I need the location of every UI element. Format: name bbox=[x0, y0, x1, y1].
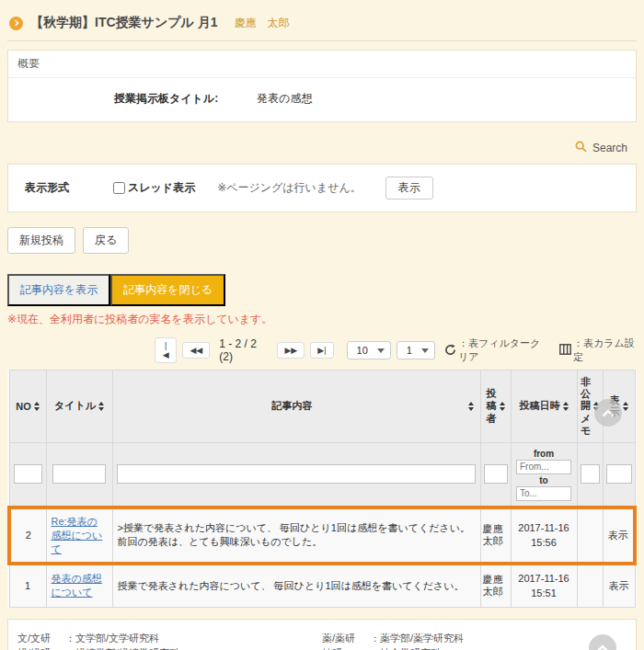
legend-right-column: 薬/薬研：薬学部/薬学研究科 社研：社会学研究科 経管：経営管理研究科 政メ：政… bbox=[322, 631, 627, 650]
post-memo bbox=[577, 507, 603, 564]
filter-clear-label[interactable]: ：表フィルタークリア bbox=[458, 336, 550, 364]
sort-icon[interactable] bbox=[34, 402, 40, 411]
filter-view-input[interactable] bbox=[606, 464, 632, 484]
pagination-bar: |◀ ◀◀ 1 - 2 / 2 (2) ▶▶ ▶| 10 1 ：表フィルタークリ… bbox=[155, 336, 637, 364]
board-title-label: 授業掲示板タイトル: bbox=[114, 91, 218, 107]
chevron-down-icon bbox=[377, 348, 385, 353]
column-config-label[interactable]: ：表カラム設定 bbox=[573, 336, 637, 364]
filter-no-input[interactable] bbox=[14, 464, 42, 484]
posts-table: NO タイトル 記事内容 投稿者 投稿日時 非公開メモ 表示 from to bbox=[7, 370, 637, 608]
sort-icon[interactable] bbox=[468, 402, 474, 411]
last-page-button[interactable]: ▶| bbox=[310, 342, 333, 359]
back-button-top[interactable]: 戻る bbox=[83, 227, 129, 254]
page-header: 【秋学期】ITC授業サンプル 月1 慶應 太郎 bbox=[7, 7, 637, 41]
post-title-link[interactable]: Re:発表の感想について bbox=[52, 516, 103, 554]
refresh-icon[interactable] bbox=[444, 344, 456, 358]
faculty-legend: 文/文研：文学部/文学研究科 経/経研：経済学部/経済学研究科 法/法研：法学部… bbox=[7, 619, 637, 650]
page-number-value: 1 bbox=[407, 345, 412, 356]
pagination-range: 1 - 2 / 2 (2) bbox=[219, 337, 268, 363]
post-memo bbox=[577, 564, 603, 608]
search-icon bbox=[575, 141, 587, 155]
filter-date-from-input[interactable] bbox=[516, 460, 571, 474]
page-number-select[interactable]: 1 bbox=[397, 341, 435, 359]
post-datetime: 2017-11-1615:51 bbox=[511, 564, 577, 608]
new-post-button-top[interactable]: 新規投稿 bbox=[7, 227, 75, 254]
col-no[interactable]: NO bbox=[9, 371, 46, 443]
page-title: 【秋学期】ITC授業サンプル 月1 bbox=[30, 15, 218, 31]
paging-note: ※ページングは行いません。 bbox=[217, 180, 362, 196]
sort-icon[interactable] bbox=[98, 402, 104, 411]
sort-icon[interactable] bbox=[563, 402, 569, 411]
legend-item: 経/経研：経済学部/経済学研究科 bbox=[17, 645, 322, 650]
first-page-button[interactable]: |◀ bbox=[155, 337, 177, 363]
filter-to-label: to bbox=[514, 475, 574, 485]
post-no: 2 bbox=[9, 507, 46, 564]
table-header-row: NO タイトル 記事内容 投稿者 投稿日時 非公開メモ 表示 bbox=[9, 371, 635, 443]
post-poster: 慶應太郎 bbox=[480, 564, 511, 608]
thread-display-checkbox[interactable] bbox=[113, 182, 125, 194]
user-name-link[interactable]: 慶應 太郎 bbox=[235, 16, 290, 31]
col-poster[interactable]: 投稿者 bbox=[480, 371, 511, 443]
filter-memo-input[interactable] bbox=[581, 464, 600, 484]
next-page-button[interactable]: ▶▶ bbox=[277, 342, 305, 359]
post-body: >授業で発表された内容について、 毎回ひとり1回は感想を書いてください。 前回の… bbox=[112, 507, 480, 564]
chevron-right-circle-icon bbox=[9, 17, 23, 30]
prev-page-button[interactable]: ◀◀ bbox=[182, 342, 210, 359]
legend-item: 薬/薬研：薬学部/薬学研究科 bbox=[322, 631, 627, 646]
close-content-button[interactable]: 記事内容を閉じる bbox=[110, 274, 225, 306]
filter-date-to-input[interactable] bbox=[516, 486, 571, 501]
post-title-link[interactable]: 発表の感想について bbox=[52, 573, 102, 598]
filter-from-label: from bbox=[514, 449, 574, 459]
post-row: 1 発表の感想について 授業で発表された内容について、 毎回ひとり1回は感想を書… bbox=[9, 564, 635, 608]
post-body: 授業で発表された内容について、 毎回ひとり1回は感想を書いてください。 bbox=[112, 564, 480, 608]
post-view-link[interactable]: 表示 bbox=[603, 564, 635, 608]
overview-panel-title: 概要 bbox=[8, 51, 636, 78]
thread-display-label: スレッド表示 bbox=[128, 180, 195, 196]
filter-body-input[interactable] bbox=[117, 464, 475, 484]
post-datetime: 2017-11-1615:56 bbox=[511, 507, 577, 564]
display-format-panel: 表示形式 スレッド表示 ※ページングは行いません。 表示 bbox=[7, 164, 637, 212]
sort-icon[interactable] bbox=[623, 402, 628, 411]
filter-title-input[interactable] bbox=[52, 464, 106, 484]
show-content-button[interactable]: 記事内容を表示 bbox=[7, 274, 110, 306]
post-poster: 慶應太郎 bbox=[480, 507, 511, 564]
table-columns-icon[interactable] bbox=[559, 344, 571, 357]
sort-icon[interactable] bbox=[500, 402, 505, 411]
search-link[interactable]: Search bbox=[592, 142, 627, 154]
col-title[interactable]: タイトル bbox=[46, 371, 112, 443]
post-view-link[interactable]: 表示 bbox=[603, 507, 635, 564]
legend-left-column: 文/文研：文学部/文学研究科 経/経研：経済学部/経済学研究科 法/法研：法学部… bbox=[17, 631, 322, 650]
table-filter-row: from to bbox=[9, 442, 635, 507]
board-title-value: 発表の感想 bbox=[257, 91, 312, 107]
chevron-down-icon bbox=[421, 348, 429, 353]
post-row: 2 Re:発表の感想について >授業で発表された内容について、 毎回ひとり1回は… bbox=[9, 507, 635, 564]
filter-poster-input[interactable] bbox=[484, 464, 508, 484]
overview-panel: 概要 授業掲示板タイトル: 発表の感想 bbox=[7, 50, 637, 122]
page-size-select[interactable]: 10 bbox=[347, 341, 391, 359]
scroll-to-top-button[interactable] bbox=[594, 399, 622, 427]
display-button[interactable]: 表示 bbox=[385, 177, 433, 200]
realname-notice: ※現在、全利用者に投稿者の実名を表示しています。 bbox=[7, 312, 637, 327]
legend-item: 社研：社会学研究科 bbox=[322, 645, 627, 650]
col-datetime[interactable]: 投稿日時 bbox=[511, 371, 577, 443]
post-no: 1 bbox=[9, 564, 46, 608]
legend-item: 文/文研：文学部/文学研究科 bbox=[17, 631, 322, 646]
page-size-value: 10 bbox=[357, 345, 368, 356]
col-body[interactable]: 記事内容 bbox=[112, 371, 480, 443]
display-format-label: 表示形式 bbox=[25, 180, 113, 196]
